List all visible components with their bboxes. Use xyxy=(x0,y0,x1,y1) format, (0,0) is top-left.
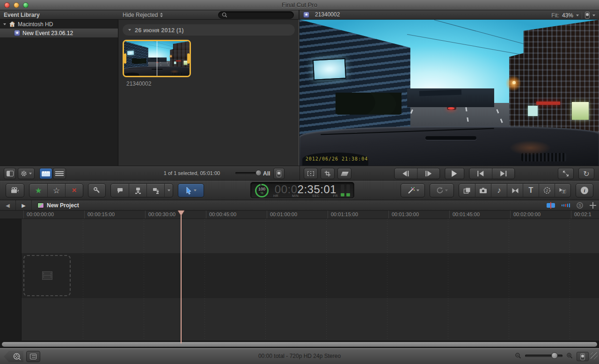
magic-wand-icon xyxy=(407,187,415,195)
append-clip-button[interactable] xyxy=(146,184,164,197)
themes-browser-button[interactable]: T xyxy=(555,184,570,197)
action-gear-button[interactable] xyxy=(18,168,35,179)
solo-toggle-icon[interactable]: S xyxy=(577,202,583,209)
camera-icon xyxy=(479,187,487,194)
hide-event-library-button[interactable] xyxy=(4,168,16,179)
filter-popup[interactable]: Hide Rejected xyxy=(123,12,163,18)
loop-playback-button[interactable]: ↻ xyxy=(578,168,594,179)
search-input[interactable] xyxy=(229,12,285,18)
timeline-forward-button[interactable]: ▶ xyxy=(16,200,32,210)
rating-group: ★ ☆ × xyxy=(29,183,83,197)
unit-fr: FR xyxy=(333,194,338,197)
thumbnail-duration-slider[interactable] xyxy=(235,172,259,174)
distort-icon xyxy=(341,172,349,176)
next-frame-button[interactable] xyxy=(417,168,439,179)
duration-slider-knob[interactable] xyxy=(256,170,262,176)
browser-footer: 1 of 1 selected, 05:01:00 All xyxy=(0,166,300,181)
background-tasks-gauge[interactable]: 100 % xyxy=(255,184,269,197)
selection-handle-right[interactable] xyxy=(187,53,190,64)
snapping-toggle-icon[interactable] xyxy=(590,202,596,209)
import-media-button[interactable] xyxy=(6,183,24,197)
crop-button[interactable] xyxy=(321,168,335,179)
filter-label: Hide Rejected xyxy=(123,12,158,18)
previous-frame-button[interactable] xyxy=(394,168,417,179)
photos-browser-button[interactable] xyxy=(475,184,491,197)
list-view-button[interactable] xyxy=(53,168,66,179)
keyword-editor-button[interactable] xyxy=(88,183,106,197)
zoom-slider-knob[interactable] xyxy=(551,352,558,359)
clip-appearance-switch-icon xyxy=(580,353,585,360)
effects-browser-button[interactable] xyxy=(459,184,475,197)
zoom-level-value[interactable]: 43% xyxy=(562,12,573,19)
insert-clip-icon xyxy=(134,187,142,194)
themes-icon: T xyxy=(559,187,567,194)
clip-thumbnail[interactable] xyxy=(123,40,191,77)
transform-button[interactable] xyxy=(304,168,318,179)
clip-appearance-switch[interactable] xyxy=(577,352,589,361)
project-name: New Project xyxy=(47,202,79,209)
zoom-in-icon[interactable] xyxy=(566,352,573,359)
library-item-macintosh-hd[interactable]: Macintosh HD xyxy=(0,20,118,29)
viewer-options-dropdown-icon[interactable] xyxy=(592,15,595,16)
unit-sec: SEC xyxy=(312,194,320,197)
ruler-tick: 00:00:00:00 xyxy=(23,211,54,219)
zoom-dropdown-icon[interactable] xyxy=(576,15,579,16)
previous-edit-icon xyxy=(479,171,483,176)
transitions-browser-button[interactable] xyxy=(507,184,523,197)
timeline-area[interactable] xyxy=(0,219,599,348)
group-disclosure-icon[interactable] xyxy=(128,29,131,31)
status-bar: 00:00 total - 720p HD 24p Stereo xyxy=(0,348,599,364)
disclosure-triangle-icon[interactable] xyxy=(3,23,6,25)
filmstrip-view-icon xyxy=(42,171,50,176)
fullscreen-button[interactable] xyxy=(558,168,574,179)
viewer-star-badge-icon: ★ xyxy=(303,12,309,18)
tool-selector-button[interactable] xyxy=(178,183,204,197)
clip-group-header[interactable]: 26 июня 2012 (1) xyxy=(123,24,295,36)
timeline-zoom-slider[interactable] xyxy=(525,355,562,357)
distort-button[interactable] xyxy=(337,168,351,179)
timeline-horizontal-scrollbar[interactable] xyxy=(2,342,597,347)
skimming-toggle-icon[interactable] xyxy=(547,203,555,208)
arrow-tool-icon xyxy=(185,187,192,195)
svg-text:T: T xyxy=(562,189,565,194)
connect-clip-button[interactable] xyxy=(111,184,129,197)
play-button[interactable] xyxy=(445,168,464,179)
clip-appearance-button[interactable] xyxy=(273,168,285,179)
viewer-display-options-icon[interactable] xyxy=(585,12,590,19)
list-view-icon xyxy=(55,171,64,176)
selection-handle-left[interactable] xyxy=(124,53,126,64)
search-field[interactable] xyxy=(218,11,294,19)
audio-meters[interactable] xyxy=(341,184,350,197)
inspector-button[interactable]: i xyxy=(576,183,593,197)
timeline-playhead[interactable] xyxy=(178,211,185,343)
sidebar-toggle-icon xyxy=(7,171,14,176)
generators-browser-button[interactable]: 2 xyxy=(539,184,555,197)
unit-min: MIN xyxy=(292,194,299,197)
fullscreen-icon xyxy=(562,170,569,177)
viewer-header: ★ 21340002 Fit: 43% xyxy=(300,10,599,20)
zoom-out-icon[interactable] xyxy=(515,352,521,359)
next-edit-button[interactable] xyxy=(492,168,514,179)
previous-edit-button[interactable] xyxy=(469,168,492,179)
enhancements-button[interactable] xyxy=(401,183,425,197)
titles-browser-button[interactable]: T xyxy=(523,184,539,197)
empty-storyline-placeholder[interactable] xyxy=(23,255,71,296)
window-resize-grip[interactable] xyxy=(591,352,598,359)
film-placeholder-icon xyxy=(42,271,52,280)
skimmer-playhead[interactable] xyxy=(157,41,157,76)
music-browser-button[interactable]: ♪ xyxy=(491,184,507,197)
audio-skimming-toggle-icon[interactable] xyxy=(562,203,570,208)
filmstrip-view-button[interactable] xyxy=(39,168,52,179)
reject-button[interactable]: × xyxy=(65,184,83,197)
unrate-button[interactable]: ☆ xyxy=(47,184,65,197)
insert-clip-button[interactable] xyxy=(129,184,146,197)
timeline-back-button[interactable]: ◀ xyxy=(0,200,16,210)
edit-options-dropdown[interactable] xyxy=(164,184,173,197)
filter-updown-icon xyxy=(160,13,163,17)
favorite-button[interactable]: ★ xyxy=(29,184,47,197)
library-item-new-event[interactable]: ★ New Event 23.06.12 xyxy=(0,29,118,37)
dashboard[interactable]: 100 % 00:02:35:01 HR MIN SEC FR xyxy=(250,182,354,198)
retime-button[interactable] xyxy=(430,183,454,197)
viewer-video-area[interactable]: 2012/06/26 21:38:04 xyxy=(300,20,599,166)
timeline-ruler[interactable]: 00:00:00:00 00:00:15:00 00:00:30:00 00:0… xyxy=(0,211,599,219)
